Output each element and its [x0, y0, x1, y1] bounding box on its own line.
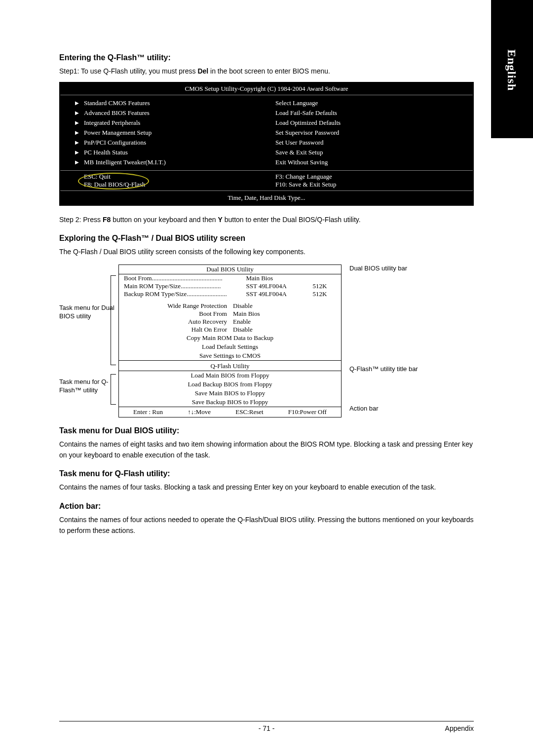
- cmos-title: CMOS Setup Utility-Copyright (C) 1984-20…: [60, 83, 473, 95]
- cmos-left-item: PnP/PCI Configurations: [84, 139, 146, 146]
- step2-text: Step 2: Press F8 button on your keyboard…: [59, 215, 474, 226]
- dual-bios-box: Dual BIOS Utility Boot From Main Bios Ma…: [118, 265, 342, 417]
- main-rom-label: Main ROM Type/Size: [124, 282, 181, 290]
- setting-key: Halt On Error: [119, 326, 227, 334]
- setting-key: Wide Range Protection: [119, 302, 227, 310]
- cmos-hints-row: ESC: Quit F8: Dual BIOS/Q-Flash F3: Chan…: [60, 171, 473, 191]
- hint-f3: F3: Change Language: [275, 173, 473, 181]
- cmos-right-item: Set User Password: [275, 139, 324, 146]
- cmos-left-item: Standard CMOS Features: [84, 99, 150, 107]
- action-f10: F10:Power Off: [288, 408, 327, 416]
- callout-qflash-titlebar: Q-Flash™ utility title bar: [349, 365, 418, 374]
- boot-from-value: Main Bios: [246, 274, 313, 282]
- page-number: - 71 -: [59, 724, 474, 732]
- action-esc: ESC:Reset: [235, 408, 263, 416]
- action-move: ↑↓:Move: [188, 408, 211, 416]
- qflash-title: Q-Flash Utility: [119, 362, 341, 371]
- cmos-left-item: Power Management Setup: [84, 129, 152, 136]
- callout-dualbios-bar: Dual BIOS utility bar: [349, 265, 407, 273]
- setting-val: Enable: [233, 318, 341, 326]
- text-task-qflash: Contains the names of four tasks. Blocki…: [59, 482, 474, 493]
- cmos-right-item: Load Fail-Safe Defaults: [275, 109, 337, 116]
- backup-rom-size: 512K: [313, 290, 346, 298]
- cmos-left-item: MB Intelligent Tweaker(M.I.T.): [84, 158, 166, 166]
- bracket-icon: [111, 275, 116, 365]
- qflash-op: Save Backup BIOS to Floppy: [119, 398, 341, 407]
- boot-from-label: Boot From: [124, 274, 152, 282]
- section-name: Appendix: [445, 724, 474, 732]
- bracket-icon: [111, 374, 116, 405]
- backup-rom-label: Backup ROM Type/Size: [124, 290, 187, 298]
- callout-taskmenu-qflash: Task menu for Q-Flash™ utility: [59, 378, 116, 395]
- cmos-right-item: Select Language: [275, 99, 318, 107]
- heading-exploring: Exploring the Q-Flash™ / Dual BIOS utili…: [59, 234, 474, 243]
- dual-bios-diagram: Task menu for Dual BIOS utility Task men…: [59, 265, 474, 417]
- action-enter: Enter : Run: [133, 408, 163, 416]
- setting-val: Disable: [233, 326, 341, 334]
- heading-action-bar: Action bar:: [59, 502, 474, 511]
- heading-entering-qflash: Entering the Q-Flash™ utility:: [59, 53, 474, 62]
- step1-text: Step1: To use Q-Flash utility, you must …: [59, 66, 474, 77]
- op-save-settings: Save Settings to CMOS: [119, 351, 341, 361]
- cmos-left-item: PC Health Status: [84, 149, 128, 156]
- cmos-right-item: Exit Without Saving: [275, 158, 328, 166]
- main-rom-size: 512K: [313, 282, 346, 290]
- heading-task-dualbios: Task menu for Dual BIOS utility:: [59, 426, 474, 435]
- setting-val: Main Bios: [233, 310, 341, 318]
- page-footer: - 71 - Appendix: [59, 721, 474, 732]
- cmos-right-item: Load Optimized Defaults: [275, 119, 341, 126]
- setting-key: Boot From: [119, 310, 227, 318]
- exploring-intro: The Q-Flash / Dual BIOS utility screen c…: [59, 247, 474, 258]
- heading-task-qflash: Task menu for Q-Flash utility:: [59, 469, 474, 478]
- cmos-right-column: Select Language Load Fail-Safe Defaults …: [266, 95, 473, 170]
- hint-f8-qflash: F8: Dual BIOS/Q-Flash: [84, 181, 266, 189]
- cmos-setup-screenshot: CMOS Setup Utility-Copyright (C) 1984-20…: [59, 82, 474, 206]
- setting-val: Disable: [233, 302, 341, 310]
- language-side-tab-text: English: [505, 49, 518, 91]
- op-load-defaults: Load Default Settings: [119, 342, 341, 351]
- dual-bios-title: Dual BIOS Utility: [119, 265, 341, 274]
- qflash-op: Save Main BIOS to Floppy: [119, 389, 341, 398]
- text-action-bar: Contains the names of four actions neede…: [59, 515, 474, 536]
- cmos-right-item: Save & Exit Setup: [275, 149, 323, 156]
- qflash-op: Load Main BIOS from Floppy: [119, 371, 341, 380]
- cmos-right-item: Set Supervisor Password: [275, 129, 339, 136]
- op-copy-main-rom: Copy Main ROM Data to Backup: [119, 334, 341, 342]
- hint-f10: F10: Save & Exit Setup: [275, 181, 473, 189]
- cmos-left-column: ▶Standard CMOS Features ▶Advanced BIOS F…: [60, 95, 266, 170]
- text-task-dualbios: Contains the names of eight tasks and tw…: [59, 439, 474, 460]
- action-bar: Enter : Run ↑↓:Move ESC:Reset F10:Power …: [119, 407, 341, 417]
- main-rom-value: SST 49LF004A: [246, 282, 313, 290]
- qflash-op: Load Backup BIOS from Floppy: [119, 380, 341, 389]
- setting-key: Auto Recovery: [119, 318, 227, 326]
- cmos-help-line: Time, Date, Hard Disk Type...: [60, 191, 473, 205]
- callout-action-bar: Action bar: [349, 405, 379, 413]
- hint-esc-quit: ESC: Quit: [84, 173, 266, 181]
- backup-rom-value: SST 49LF004A: [246, 290, 313, 298]
- cmos-left-item: Advanced BIOS Features: [84, 109, 150, 116]
- callout-taskmenu-dualbios: Task menu for Dual BIOS utility: [59, 304, 116, 321]
- language-side-tab: English: [491, 0, 533, 138]
- cmos-left-item: Integrated Peripherals: [84, 119, 140, 126]
